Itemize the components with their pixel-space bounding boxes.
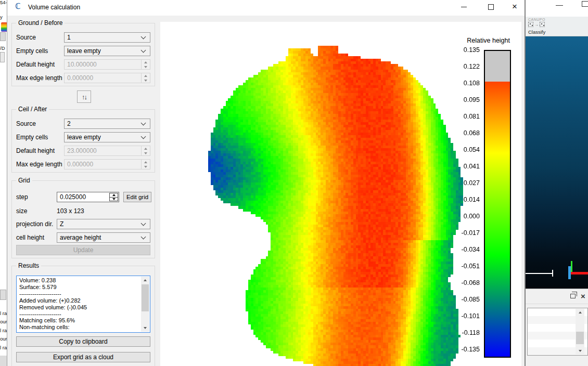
scale-label: -0.135 — [443, 346, 480, 353]
scale-label: -0.068 — [443, 279, 480, 286]
cloudcompare-logo-icon: ℂ — [15, 2, 21, 11]
canupo-toolbar: CANUPO → Classify — [526, 17, 588, 36]
scale-label: -0.051 — [443, 263, 480, 270]
render-viewport[interactable]: Relative height 0.1350.1220.1080.0950.08… — [160, 22, 521, 366]
copy-to-clipboard-button[interactable]: Copy to clipboard — [16, 336, 150, 347]
combo-value: leave empty — [65, 47, 142, 55]
color-scale-bar — [484, 50, 511, 358]
scale-label: 0.108 — [443, 80, 480, 87]
point-cloud-icon[interactable] — [540, 22, 545, 27]
ceil-max-edge-label: Max edge length — [16, 161, 64, 168]
ceil-source-label: Source — [16, 120, 64, 127]
chevron-down-icon — [141, 48, 146, 53]
bg-text-fragment: 54- — [0, 0, 7, 5]
scroll-down-arrow[interactable] — [141, 324, 149, 332]
combo-value: leave empty — [65, 134, 142, 141]
dialog-title: Volume calculation — [28, 4, 80, 11]
close-button[interactable]: × — [506, 0, 523, 14]
export-grid-button[interactable]: Export grid as a cloud — [16, 352, 150, 362]
triangle-down-icon — [579, 350, 582, 352]
spin-down-icon — [144, 66, 147, 68]
spin-value: 0.025000 — [57, 192, 109, 202]
ground-source-select[interactable]: 1 — [64, 32, 150, 43]
canupo-icons: → — [528, 22, 545, 27]
chevron-down-icon — [141, 34, 146, 40]
scale-label: 0.095 — [443, 96, 480, 103]
group-grid-label: Grid — [16, 177, 32, 184]
dialog-titlebar[interactable]: ℂ Volume calculation × — [7, 0, 525, 16]
console-panel-header: × — [526, 289, 588, 304]
bg-panel-fragment — [0, 290, 6, 300]
scroll-up-arrow[interactable] — [141, 277, 149, 284]
scrollbar[interactable] — [576, 309, 584, 355]
point-cloud-icon[interactable] — [528, 22, 533, 27]
scale-label: 0.000 — [443, 213, 480, 220]
scroll-up-arrow[interactable] — [576, 309, 584, 316]
spin-up-icon — [144, 148, 147, 150]
chevron-down-icon — [141, 121, 146, 126]
scrollbar[interactable] — [141, 277, 149, 332]
group-ceil-label: Ceil / After — [16, 106, 49, 113]
swap-arrows-icon: ↑↓ — [82, 93, 86, 101]
swap-sources-button[interactable]: ↑↓ — [77, 90, 91, 103]
spin-up-icon — [144, 61, 147, 63]
spinner-buttons — [141, 146, 150, 155]
maximize-button[interactable] — [482, 0, 500, 14]
bg-window-titlebar[interactable] — [526, 0, 588, 17]
grid-size-value: 103 x 123 — [57, 207, 84, 215]
spin-up-icon — [144, 75, 147, 77]
bg-text-fragment: our — [0, 336, 7, 342]
background-cloudcompare-window: CANUPO → Classify × — [526, 0, 588, 366]
ground-default-height-label: Default height — [16, 61, 64, 68]
scale-ruler-line — [526, 273, 553, 274]
group-ground-before: Ground / Before Source 1 Empty cells lea… — [11, 23, 155, 86]
minimize-icon[interactable] — [556, 5, 563, 6]
relative-height-heatmap[interactable] — [208, 46, 466, 366]
ground-empty-cells-select[interactable]: leave empty — [64, 46, 150, 56]
ceil-source-select[interactable]: 2 — [64, 119, 150, 129]
maximize-icon[interactable] — [582, 1, 588, 7]
color-scale-title: Relative height — [467, 37, 510, 44]
close-panel-icon[interactable]: × — [581, 292, 585, 300]
minimize-icon — [461, 7, 467, 7]
color-scale-gradient — [485, 82, 510, 357]
ceil-default-height-input: 23.000000 — [64, 146, 150, 156]
console-list[interactable] — [527, 308, 588, 356]
grid-cell-height-label: cell height — [16, 234, 57, 241]
edit-grid-button[interactable]: Edit grid — [123, 192, 151, 202]
scale-label: -0.017 — [443, 229, 480, 237]
results-textbox[interactable]: Volume: 0.238 Surface: 5.579 -----------… — [16, 276, 150, 333]
ground-source-label: Source — [16, 34, 64, 41]
bg-text-fragment: /D — [0, 45, 5, 51]
group-ceil-after: Ceil / After Source 2 Empty cells leave … — [11, 109, 155, 173]
color-ramp-icon[interactable] — [1, 22, 7, 32]
scroll-thumb[interactable] — [576, 332, 584, 344]
scroll-thumb[interactable] — [142, 284, 149, 311]
chevron-down-icon — [141, 134, 146, 139]
bg-text-fragment: y — [0, 14, 3, 20]
scale-label: 0.041 — [443, 163, 480, 170]
grid-step-label: step — [16, 193, 57, 201]
spinner-buttons — [141, 160, 150, 169]
scale-label: 0.014 — [443, 196, 480, 203]
triangle-up-icon — [144, 279, 147, 281]
group-results: Results Volume: 0.238 Surface: 5.579 ---… — [11, 266, 155, 366]
spinner-buttons[interactable] — [109, 193, 118, 201]
float-panel-icon[interactable] — [570, 294, 576, 298]
chevron-down-icon — [141, 221, 146, 226]
scroll-down-arrow[interactable] — [576, 347, 584, 355]
volume-calculation-dialog: ℂ Volume calculation × Ground / Before S… — [7, 0, 526, 366]
classify-button[interactable]: Classify — [528, 29, 545, 35]
scale-ruler-tick — [552, 270, 553, 277]
ceil-empty-cells-select[interactable]: leave empty — [64, 132, 150, 142]
bg-text-fragment: l ra — [0, 345, 7, 350]
bg-3d-viewport[interactable] — [526, 36, 588, 289]
minimize-button[interactable] — [455, 0, 472, 14]
grid-step-input[interactable]: 0.025000 — [57, 192, 119, 202]
dialog-client-area: Ground / Before Source 1 Empty cells lea… — [7, 16, 525, 366]
ceil-empty-cells-label: Empty cells — [16, 134, 64, 141]
grid-cell-height-select[interactable]: average height — [57, 232, 150, 243]
close-icon: × — [512, 3, 517, 11]
ground-max-edge-label: Max edge length — [16, 74, 64, 82]
grid-projection-select[interactable]: Z — [57, 219, 150, 229]
